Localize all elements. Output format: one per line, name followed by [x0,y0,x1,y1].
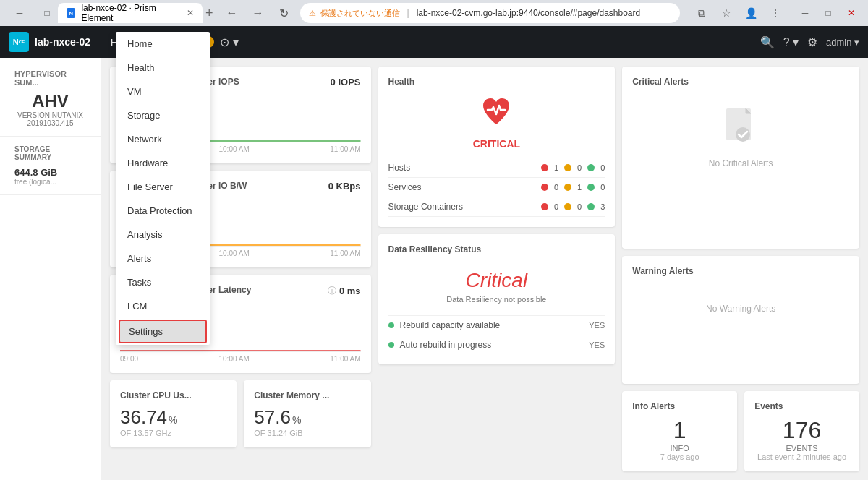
win-restore[interactable]: □ [817,2,839,24]
app-logo[interactable]: NCE lab-nxce-02 [9,32,90,52]
resiliency-items: Rebuild capacity available YES Auto rebu… [388,315,605,354]
health-row-storage: Storage Containers 0 0 3 [388,197,605,217]
services-green-dot [587,184,595,191]
latency-help-icon: ⓘ [328,285,336,297]
active-tab[interactable]: N lab-nxce-02 · Prism Element ✕ [58,3,203,23]
info-alerts-sub: 7 days ago [632,453,727,461]
hosts-green-dot [587,164,595,171]
menu-item-settings[interactable]: Settings [119,320,207,343]
menu-item-data-protection[interactable]: Data Protection [116,199,210,223]
minimize-button[interactable]: ─ [9,2,30,24]
storage-red-count: 0 [554,202,558,211]
reload-button[interactable]: ↻ [274,3,294,23]
latency-chart-times: 09:00 10:00 AM 11:00 AM [120,355,361,363]
memory-value: 57.6 [254,406,291,429]
menu-item-vm[interactable]: VM [116,80,210,103]
hosts-dots: 1 0 0 [541,163,605,172]
menu-item-file-server[interactable]: File Server [116,175,210,199]
warning-alerts-card: Warning Alerts No Warning Alerts [622,256,859,384]
url-text: lab-nxce-02-cvm.go-lab.jp:9440/console/#… [417,8,641,18]
cpu-value: 36.74 [120,406,167,429]
menu-item-analysis[interactable]: Analysis [116,223,210,247]
services-green-count: 0 [600,183,605,192]
resiliency-card: Data Resiliency Status Critical Data Res… [378,234,616,364]
health-rows: Hosts 1 0 0 [388,158,605,217]
health-row-services: Services 0 1 0 [388,178,605,197]
warning-alerts-title: Warning Alerts [632,266,849,276]
sidebar-item-hypervisor: Hypervisor Sum... AHV VERSION NUTANIX 20… [0,64,101,133]
resiliency-sub: Data Resiliency not possible [388,295,605,304]
info-alerts-label: INFO [632,444,727,453]
sidebar: Hypervisor Sum... AHV VERSION NUTANIX 20… [0,58,101,480]
auto-rebuild-status: YES [589,340,605,349]
gear-icon[interactable]: ⚙ [807,35,817,49]
no-alerts-document-icon [723,107,759,150]
hosts-red-count: 1 [554,163,558,172]
services-red-count: 0 [554,183,558,192]
services-dots: 0 1 0 [541,183,605,192]
tab-close-button[interactable]: ✕ [187,8,194,18]
maximize-button[interactable]: □ [36,2,58,24]
memory-sub: OF 31.24 GiB [254,429,360,437]
info-alerts-title: Info Alerts [632,401,727,411]
critical-alerts-card: Critical Alerts No Crit [622,67,859,249]
menu-item-health[interactable]: Health [116,58,210,80]
health-icon-display [388,94,605,131]
health-card: Health CRITICAL H [378,67,616,227]
services-red-dot [541,184,548,191]
bookmark-button[interactable]: ☆ [716,3,736,23]
memory-card: Cluster Memory ... 57.6 % OF 31.24 GiB [244,380,370,447]
win-minimize[interactable]: ─ [794,2,816,24]
back-button[interactable]: ← [222,3,242,23]
iops-chart-value: 0 IOPS [331,77,361,87]
auto-rebuild-bullet [388,342,394,348]
help-icon[interactable]: ? ▾ [783,35,799,49]
info-alerts-card: Info Alerts 1 INFO 7 days ago [622,391,737,471]
hosts-green-count: 0 [600,163,605,172]
services-orange-count: 1 [577,183,582,192]
menu-item-network[interactable]: Network [116,127,210,151]
events-value: 176 [754,417,849,444]
forward-button[interactable]: → [248,3,268,23]
storage-orange-dot [564,203,571,210]
auto-rebuild-label: Auto rebuild in progress [400,340,492,350]
storage-sub: free (logica... [14,178,86,186]
memory-title: Cluster Memory ... [254,390,360,400]
menu-item-hardware[interactable]: Hardware [116,151,210,175]
menu-item-lcm[interactable]: LCM [116,294,210,318]
events-title: Events [754,401,849,411]
hosts-red-dot [541,164,548,171]
latency-chart-value: 0 ms [339,286,361,296]
resiliency-title: Data Resiliency Status [388,244,605,254]
tab-favicon: N [67,8,75,18]
new-tab-button[interactable]: + [205,6,213,21]
storage-orange-count: 0 [577,202,582,211]
health-row-hosts: Hosts 1 0 0 [388,158,605,178]
no-critical-alerts: No Critical Alerts [632,93,849,183]
profile-button[interactable]: 👤 [741,3,761,23]
security-warning-text: 保護されていない通信 [320,8,400,19]
resiliency-status: Critical [388,269,605,292]
search-icon[interactable]: 🔍 [760,35,775,49]
services-label: Services [388,182,422,192]
settings-circle-icon[interactable]: ⊙ ▾ [220,35,238,49]
hypervisor-name: AHV [14,91,86,111]
extensions-button[interactable]: ⧉ [692,3,712,23]
menu-item-alerts[interactable]: Alerts [116,247,210,270]
user-menu[interactable]: admin ▾ [826,37,859,48]
menu-item-tasks[interactable]: Tasks [116,270,210,294]
address-bar[interactable]: ⚠ 保護されていない通信 | lab-nxce-02-cvm.go-lab.jp… [300,3,680,23]
menu-item-storage[interactable]: Storage [116,103,210,127]
storage-green-count: 3 [600,202,605,211]
events-label: EVENTS [754,444,849,453]
nav-right: 🔍 ? ▾ ⚙ admin ▾ [760,35,859,49]
rebuild-bullet [388,322,394,328]
cpu-title: Cluster CPU Us... [120,390,226,400]
health-status: CRITICAL [388,138,605,150]
events-sub: Last event 2 minutes ago [754,453,849,461]
hosts-orange-count: 0 [577,163,582,172]
no-warning-alerts-text: No Warning Alerts [632,282,849,335]
win-close[interactable]: ✕ [841,2,862,24]
critical-alerts-title: Critical Alerts [632,77,849,87]
menu-button[interactable]: ⋮ [765,3,786,23]
